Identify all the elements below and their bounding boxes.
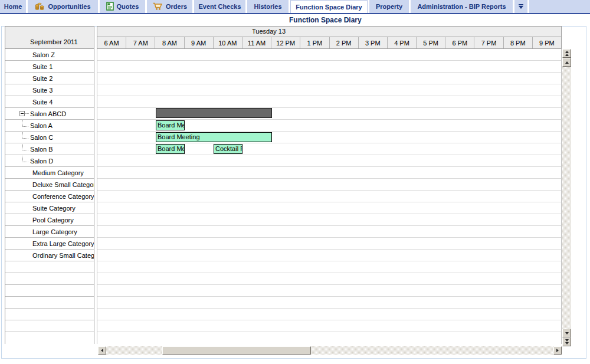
horizontal-scrollbar[interactable]: [98, 346, 562, 355]
room-row-extra-large-category: Extra Large Category: [5, 238, 94, 250]
time-slot-2pm: 2 PM: [330, 37, 359, 48]
page-title: Function Space Diary: [289, 16, 362, 24]
tab-label: Histories: [254, 3, 281, 10]
tab-quotes[interactable]: Quotes: [100, 0, 145, 13]
empty-row: [5, 309, 94, 320]
booking-grid[interactable]: Board Meeting Board Meeting Board Meetin…: [97, 49, 562, 344]
room-row-suite-2: Suite 2: [5, 73, 94, 84]
tab-property[interactable]: Property: [369, 0, 409, 13]
empty-row: [5, 285, 94, 297]
time-slot-1pm: 1 PM: [300, 37, 329, 48]
tab-label: Property: [376, 3, 402, 10]
room-row-pool-category: Pool Category: [5, 214, 94, 226]
scroll-page-up-button[interactable]: [562, 49, 571, 58]
scroll-up-button[interactable]: [562, 58, 571, 67]
room-row-salon-a: Salon A: [5, 120, 94, 132]
room-row-suite-1: Suite 1: [5, 61, 94, 73]
time-slot-10am: 10 AM: [214, 37, 242, 48]
tree-connector: [25, 113, 29, 114]
cart-icon: [152, 2, 163, 12]
tree-branch-icon: [22, 132, 28, 139]
time-slot-9pm: 9 PM: [533, 37, 561, 48]
tab-opportunities[interactable]: Opportunities: [28, 0, 98, 13]
tab-function-space-diary[interactable]: Function Space Diary: [290, 0, 368, 13]
tab-histories[interactable]: Histories: [247, 0, 289, 13]
tree-branch-icon: [22, 120, 28, 127]
event-cocktail-reception-salon-b[interactable]: Cocktail Re: [214, 144, 242, 154]
time-slot-11am: 11 AM: [242, 37, 271, 48]
empty-row: [5, 261, 94, 273]
room-row-ordinary-small-category: Ordinary Small Category: [5, 250, 94, 261]
room-row-suite-category: Suite Category: [5, 202, 94, 214]
time-slot-7am: 7 AM: [126, 37, 155, 48]
scroll-page-down-button[interactable]: [562, 337, 571, 346]
horizontal-scrollbar-thumb[interactable]: [162, 346, 311, 355]
vertical-scrollbar[interactable]: [562, 49, 571, 346]
empty-row: [5, 297, 94, 309]
event-board-meeting-salon-a[interactable]: Board Meeting: [156, 120, 185, 130]
tab-label: Orders: [166, 3, 187, 10]
tab-event-checks[interactable]: Event Checks: [194, 0, 245, 13]
room-row-medium-category: Medium Category: [5, 167, 94, 179]
time-slot-7pm: 7 PM: [474, 37, 503, 48]
tab-label: Opportunities: [48, 3, 90, 10]
double-chevron-down-icon: [519, 4, 523, 5]
room-row-salon-abcd: Salon ABCD: [5, 108, 94, 120]
month-header: September 2011: [5, 27, 94, 49]
tree-branch-icon: [22, 143, 28, 150]
time-slot-5pm: 5 PM: [417, 37, 445, 48]
gridlines: [97, 49, 561, 332]
room-row-salon-d: Salon D: [5, 155, 94, 167]
time-slot-4pm: 4 PM: [388, 37, 417, 48]
room-row-salon-z: Salon Z: [5, 49, 94, 61]
tab-label: Event Checks: [198, 3, 241, 10]
time-slot-3pm: 3 PM: [359, 37, 388, 48]
scroll-right-button[interactable]: [553, 346, 562, 355]
scroll-left-button[interactable]: [98, 346, 106, 355]
function-space-diary-screen: Home Opportunities Quotes Orders Event C…: [0, 0, 590, 364]
time-slot-9am: 9 AM: [185, 37, 214, 48]
document-icon: [106, 2, 114, 12]
time-slot-6pm: 6 PM: [445, 37, 474, 48]
date-header-label: Tuesday 13: [252, 28, 286, 35]
tab-home[interactable]: Home: [0, 0, 26, 13]
time-header: 6 AM 7 AM 8 AM 9 AM 10 AM 11 AM 12 PM 1 …: [97, 37, 562, 49]
room-row-salon-b: Salon B: [5, 143, 94, 155]
tab-label: Administration - BIP Reports: [417, 3, 506, 10]
event-group-block[interactable]: [156, 108, 272, 118]
vertical-scrollbar-track[interactable]: [562, 49, 571, 346]
time-slot-8pm: 8 PM: [504, 37, 533, 48]
tab-label: Function Space Diary: [296, 4, 362, 11]
room-list: September 2011 Salon Z Suite 1 Suite 2 S…: [5, 26, 94, 344]
scroll-down-button[interactable]: [562, 329, 571, 337]
empty-row: [5, 273, 94, 285]
event-board-meeting-salon-b[interactable]: Board Meeting: [156, 144, 185, 154]
tab-orders[interactable]: Orders: [147, 0, 192, 13]
empty-row: [5, 320, 94, 332]
coins-icon: [35, 2, 45, 11]
tab-label: Quotes: [117, 3, 139, 10]
room-row-large-category: Large Category: [5, 226, 94, 238]
time-slot-12pm: 12 PM: [271, 37, 300, 48]
room-row-deluxe-small-category: Deluxe Small Category: [5, 179, 94, 191]
time-slot-8am: 8 AM: [155, 37, 184, 48]
tab-overflow-button[interactable]: [514, 0, 527, 13]
room-row-salon-c: Salon C: [5, 132, 94, 143]
room-row-conference-category: Conference Category: [5, 191, 94, 202]
tab-bar-filler: [529, 0, 590, 13]
collapse-icon[interactable]: [19, 111, 25, 116]
date-header: Tuesday 13: [97, 26, 562, 37]
tree-branch-icon: [22, 155, 28, 162]
tab-administration-bip-reports[interactable]: Administration - BIP Reports: [411, 0, 513, 13]
room-row-suite-4: Suite 4: [5, 96, 94, 108]
room-row-suite-3: Suite 3: [5, 84, 94, 96]
event-board-meeting-salon-c[interactable]: Board Meeting: [156, 132, 272, 142]
time-slot-6am: 6 AM: [97, 37, 126, 48]
tab-label: Home: [4, 3, 22, 10]
tab-bar: Home Opportunities Quotes Orders Event C…: [0, 0, 590, 14]
